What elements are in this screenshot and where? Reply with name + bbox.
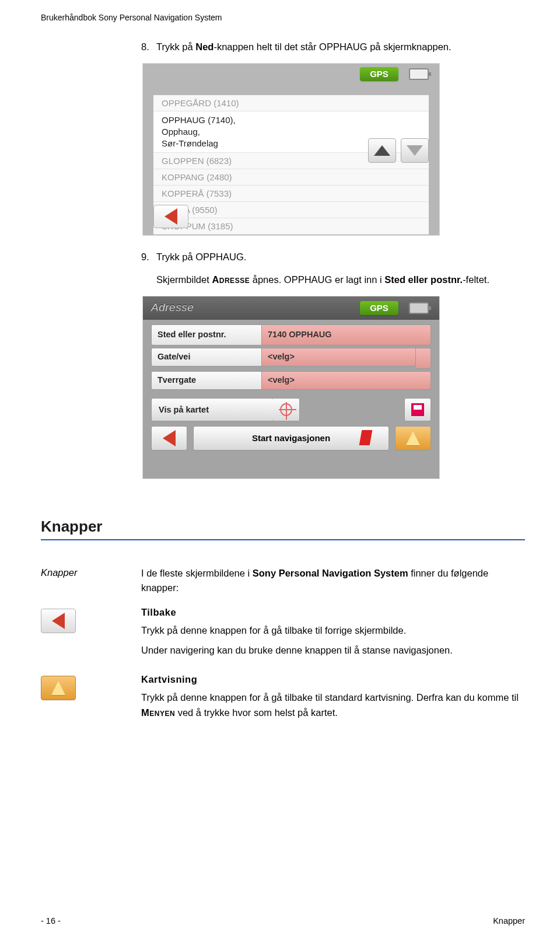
step-9-desc: Skjermbildet Adresse åpnes. OPPHAUG er l… [156,273,525,288]
step-8: 8.Trykk på Ned-knappen helt til det står… [141,40,525,55]
footer-right: Knapper [493,916,525,925]
sc2-topbar: Adresse GPS [143,296,439,320]
step9-bold: Sted eller postnr. [384,274,463,285]
kart-title: Kartvisning [141,672,525,687]
knapper-section: Knapper I de fleste skjermbildene i Sony… [41,566,525,725]
step8-pre: Trykk på [156,41,195,52]
start-label: Start navigasjonen [252,433,330,443]
sel-l2: Opphaug, [162,126,421,138]
step9-text: Trykk på OPPHAUG. [156,252,246,262]
scroll-down-button[interactable] [401,138,429,163]
kart-p1-sc: Menyen [141,707,175,718]
step8-mid: -knappen helt til det står OPPHAUG på sk… [214,41,451,52]
step8-bold: Ned [195,41,214,52]
screenshot-address: Adresse GPS Sted eller postnr. 7140 OPPH… [142,296,440,479]
save-button[interactable] [404,398,431,421]
address-form: Sted eller postnr. 7140 OPPHAUG Gate/vei… [143,320,439,479]
step9-sc: Adresse [212,274,250,285]
list-item[interactable]: KOPPERÅ (7533) [153,186,429,202]
gate-value[interactable]: <velg> [262,348,416,366]
page-footer: - 16 - Knapper [41,916,525,925]
back-button-sample [41,609,76,633]
tilbake-p1: Trykk på denne knappen for å gå tilbake … [141,623,525,638]
target-button[interactable] [273,398,300,421]
back-icon [164,208,177,225]
k-tilbake-text: Tilbake Trykk på denne knappen for å gå … [141,596,525,663]
mapview-button-sample [41,676,76,700]
nav-arrow-icon [406,431,420,445]
knapper-kart-row: Kartvisning Trykk på denne knappen for å… [41,663,525,725]
nav-arrow-icon [51,681,65,695]
step9-suf: -feltet. [463,274,489,285]
scroll-up-button[interactable] [368,138,396,163]
footer-left: - 16 - [41,916,61,925]
start-navigation-button[interactable]: Start navigasjonen [193,426,389,450]
sel-l1: OPPHAUG (7140), [162,114,421,126]
k-kart-icon-col [41,663,141,725]
screenshot-list: GPS OPPEGÅRD (1410) OPPHAUG (7140), Opph… [142,63,440,236]
kart-p1: Trykk på denne knappen for å gå tilbake … [141,690,525,720]
show-on-map-button[interactable]: Vis på kartet [151,398,274,421]
target-icon [280,403,292,416]
field-sted: Sted eller postnr. 7140 OPPHAUG [151,324,431,345]
screen-title: Adresse [151,301,194,314]
save-icon [411,403,424,416]
step-9: 9.Trykk på OPPHAUG. [141,250,525,265]
knapper-tilbake-row: Tilbake Trykk på denne knappen for å gå … [41,596,525,663]
battery-icon [409,68,429,80]
actions-row: Vis på kartet [151,398,431,421]
gate-label: Gate/vei [151,348,262,366]
list-item[interactable]: KOPPANG (2480) [153,169,429,186]
gate-nr[interactable] [416,348,431,369]
kart-p1b: ved å trykke hvor som helst på kartet. [175,707,338,718]
k-side-label: Knapper [41,566,141,596]
k-intro: I de fleste skjermbildene i Sony Persona… [141,566,525,596]
step9-l2b: åpnes. OPPHAUG er lagt inn i [250,274,384,285]
tilbake-p2: Under navigering kan du bruke denne knap… [141,643,525,658]
tverr-value[interactable]: <velg> [262,371,431,390]
tilbake-title: Tilbake [141,605,525,620]
back-button[interactable] [153,205,188,228]
tverr-label: Tverrgate [151,371,262,390]
map-view-button[interactable] [395,426,431,450]
back-button[interactable] [151,426,187,450]
field-gate: Gate/vei <velg> [151,348,431,369]
back-icon [163,430,176,446]
result-list: OPPEGÅRD (1410) OPPHAUG (7140), Opphaug,… [153,95,429,235]
step-num: 9. [141,250,156,265]
list-item[interactable]: OPPEGÅRD (1410) [153,95,429,111]
field-tverr: Tverrgate <velg> [151,371,431,392]
list-item[interactable]: SKOPPUM (3185) [153,218,429,235]
step9-l2a: Skjermbildet [156,274,212,285]
side-label: Knapper [41,567,77,578]
sted-value[interactable]: 7140 OPPHAUG [262,324,431,345]
k-tilbake-icon-col [41,596,141,663]
sc1-topbar: GPS [143,64,439,85]
chevron-down-icon [407,145,423,156]
knapper-intro-row: Knapper I de fleste skjermbildene i Sony… [41,566,525,596]
list-item[interactable]: LOPPA (9550) [153,202,429,218]
gps-badge: GPS [360,67,398,81]
intro-pre: I de fleste skjermbildene i [141,568,253,578]
back-icon [52,613,65,629]
kart-p1a: Trykk på denne knappen for å gå tilbake … [141,692,519,703]
bottom-row: Start navigasjonen [151,426,431,450]
content: 8.Trykk på Ned-knappen helt til det står… [141,40,525,479]
chevron-up-icon [374,145,390,156]
k-kart-text: Kartvisning Trykk på denne knappen for å… [141,663,525,725]
battery-icon [409,302,429,314]
sted-label: Sted eller postnr. [151,324,262,345]
gps-badge: GPS [360,301,398,315]
step-num: 8. [141,40,156,55]
page-header: Brukerhåndbok Sony Personal Navigation S… [41,13,525,22]
scroll-buttons [368,138,429,163]
section-heading: Knapper [41,518,525,540]
intro-bold: Sony Personal Navigation System [253,568,408,578]
flag-icon [359,430,373,445]
